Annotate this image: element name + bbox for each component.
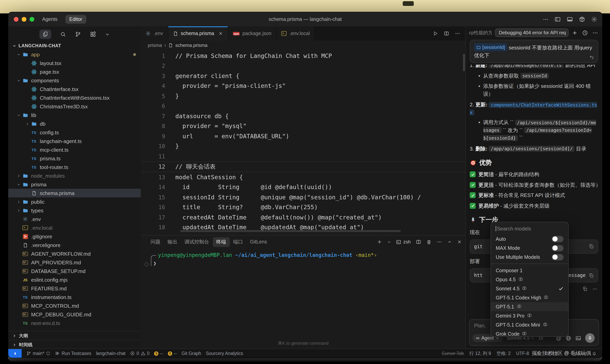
kill-terminal-icon[interactable]	[426, 239, 431, 245]
model-option-composer-1[interactable]: Composer 1	[491, 266, 568, 275]
code-line[interactable]: 15 sessionId String @unique @map("sessio…	[141, 192, 466, 202]
toggle-row-max-mode[interactable]: MAX Mode	[491, 244, 568, 252]
file-tree-item[interactable]: TSnext-env.d.ts	[8, 319, 141, 327]
editor-tab--env-local[interactable]: >_.env.local	[277, 26, 315, 40]
code-line[interactable]: 17 createdAt DateTime @default(now()) @m…	[141, 212, 466, 222]
tab-editor[interactable]: Editor	[65, 15, 86, 24]
code-chip[interactable]: sessionId	[520, 73, 549, 79]
terminal-more-icon[interactable]	[437, 239, 442, 245]
editor-tab-schema-prisma[interactable]: schema.prisma	[168, 26, 228, 40]
message-more-icon[interactable]	[592, 286, 597, 291]
source-control-icon[interactable]	[75, 31, 81, 38]
project-root-row[interactable]: LANGCHAIN-CHAT	[8, 42, 141, 50]
file-tree-item[interactable]: node_modules	[8, 171, 141, 180]
panel-tab-GitLens[interactable]: GitLens	[247, 237, 271, 246]
editor-hscrollbar[interactable]	[180, 230, 401, 232]
path-chip[interactable]: /app/api/sessions/[sessionId]/	[489, 146, 574, 152]
copy-icon[interactable]	[589, 273, 594, 278]
mic-icon[interactable]	[585, 333, 595, 343]
file-tree-item[interactable]: TSlangchain-agent.ts	[8, 137, 141, 145]
file-tree-item[interactable]: M↓FEATURES.md	[8, 284, 141, 293]
file-tree-item[interactable]: ChristmasTree3D.tsx	[8, 102, 141, 111]
cost-indicator-1[interactable]: $--	[154, 351, 163, 356]
toggle-row-use-multiple-models[interactable]: Use Multiple Models	[491, 252, 568, 261]
shell-badge[interactable]: zsh	[396, 239, 411, 245]
git-branch-status[interactable]: main*	[26, 351, 51, 356]
cursor-tab-status[interactable]: Cursor Tab	[442, 351, 464, 356]
code-line[interactable]: 6	[141, 101, 466, 111]
sidebar-section-timeline[interactable]: 时间线	[8, 340, 141, 349]
editor-tab-package-json[interactable]: npmpackage.json	[228, 26, 277, 40]
file-tree-item[interactable]: .gitignore	[8, 232, 141, 241]
encoding-status[interactable]: UTF-8	[516, 351, 529, 356]
file-tree-item[interactable]: schema.prisma	[8, 189, 141, 197]
file-tree-item[interactable]: layout.tsx	[8, 59, 141, 67]
code-line[interactable]: 8 provider = "mysql"	[141, 121, 466, 131]
chat-tab-previous[interactable]: cp性能的方法	[469, 29, 492, 36]
toggle-switch-off[interactable]	[552, 254, 563, 260]
more-actions-icon[interactable]	[543, 16, 548, 22]
session-file-chip[interactable]: [sessionId]	[474, 43, 507, 51]
breadcrumb-file[interactable]: schema.prisma	[175, 42, 208, 48]
toggle-panel-icon[interactable]	[567, 16, 573, 23]
model-option-grok-code[interactable]: Grok Code	[491, 329, 568, 337]
panel-tab-问题[interactable]: 问题	[147, 237, 164, 247]
file-tree-item[interactable]: TSmcp-client.ts	[8, 145, 141, 154]
model-option-gpt-5-1[interactable]: GPT-5.1	[491, 302, 568, 311]
search-icon[interactable]	[60, 31, 66, 38]
run-testcases-button[interactable]: Run Testcases	[55, 351, 91, 356]
terminal-dropdown-icon[interactable]	[388, 240, 391, 244]
chat-tab-active[interactable]: Debugging 404 error for API req	[495, 28, 569, 37]
indentation-status[interactable]: 空格: 2	[496, 351, 511, 356]
copy-icon[interactable]	[589, 244, 594, 249]
terminal-body[interactable]: yinpeng@yinpengdeMBP.lan ~/ai/ai_agent_l…	[141, 248, 466, 266]
maximize-panel-icon[interactable]	[447, 239, 452, 244]
restore-checkpoint-icon[interactable]	[589, 54, 594, 60]
toggle-row-auto[interactable]: Auto	[491, 234, 568, 244]
minimize-window-button[interactable]	[22, 17, 26, 22]
file-link-chip[interactable]: components/ChatInterfaceWithSessions.tsx	[470, 102, 597, 116]
zoom-window-button[interactable]	[29, 17, 34, 22]
settings-gear-icon[interactable]	[591, 16, 597, 23]
close-window-button[interactable]	[14, 17, 19, 22]
problems-status[interactable]: 0 0	[130, 351, 150, 356]
model-option-gpt-5-1-codex-high[interactable]: GPT-5.1 Codex High	[491, 293, 568, 302]
new-terminal-icon[interactable]	[377, 239, 382, 245]
code-line[interactable]: 7datasource db {	[141, 111, 466, 121]
path-chip[interactable]: /app/api/messages/route.ts	[489, 65, 564, 68]
code-line[interactable]: 5}	[141, 91, 466, 101]
chevron-down-icon[interactable]	[105, 32, 110, 37]
toggle-sidebar-icon[interactable]	[554, 16, 561, 23]
editor-more-icon[interactable]	[455, 31, 460, 36]
file-tree-item[interactable]: TStool-router.ts	[8, 163, 141, 171]
code-line[interactable]: 3generator client {	[141, 71, 466, 81]
sidebar-section-outline[interactable]: 大纲	[8, 331, 141, 340]
breadcrumb[interactable]: prisma › schema.prisma	[141, 40, 466, 50]
new-chat-icon[interactable]	[572, 30, 578, 36]
code-line[interactable]: 13model ChatSession {	[141, 172, 466, 182]
file-tree-item[interactable]: M↓MCP_CONTROL.md	[8, 301, 141, 310]
split-editor-icon[interactable]	[444, 31, 449, 36]
cursor-position-status[interactable]: 行 12, 列 9	[469, 351, 491, 356]
layout-box-icon[interactable]	[579, 16, 585, 23]
git-graph-button[interactable]: Git Graph	[182, 351, 201, 356]
file-tree-item[interactable]: M↓DATABASE_SETUP.md	[8, 267, 141, 275]
model-option-gpt-5-1-codex-mini[interactable]: GPT-5.1 Codex Mini	[491, 320, 568, 329]
model-option-sonnet-4-5[interactable]: Sonnet 4.5	[491, 284, 568, 293]
file-tree-item[interactable]: types	[8, 206, 141, 215]
toggle-switch-off[interactable]	[552, 245, 563, 251]
notifications-bell-icon[interactable]	[592, 351, 597, 356]
copy-message-icon[interactable]	[583, 286, 587, 291]
code-line[interactable]: 4 provider = "prisma-client-js"	[141, 81, 466, 91]
code-line[interactable]: 2	[141, 61, 466, 71]
code-line[interactable]: 11	[141, 151, 466, 161]
file-tree-item[interactable]: prisma	[8, 180, 141, 189]
code-line[interactable]: 10}	[141, 141, 466, 151]
editor-scrollbar[interactable]	[463, 54, 465, 71]
file-tree-item[interactable]: TSconfig.ts	[8, 128, 141, 137]
file-tree-item[interactable]: M↓MCP_DEBUG_GUIDE.md	[8, 310, 141, 319]
file-tree-item[interactable]: ChatInterface.tsx	[8, 85, 141, 93]
panel-tab-输出[interactable]: 输出	[164, 237, 181, 247]
file-tree-item[interactable]: .vercelignore	[8, 241, 141, 249]
code-line[interactable]: 12// 聊天会话表	[141, 161, 466, 172]
